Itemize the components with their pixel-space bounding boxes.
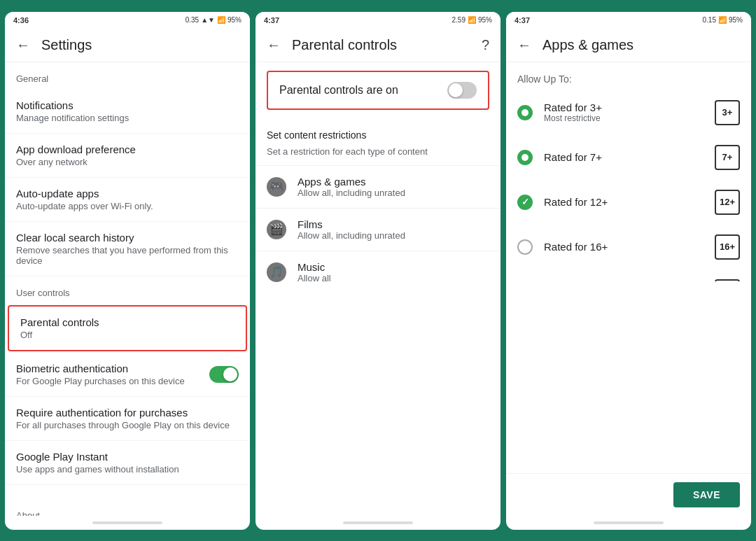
play-instant-subtitle: Use apps and games without installation bbox=[16, 464, 239, 475]
rating-7plus[interactable]: Rated for 7+ 7+ bbox=[506, 135, 751, 180]
biometric-title: Biometric authentication bbox=[16, 363, 185, 374]
network-icon: 0.35 bbox=[186, 16, 199, 24]
save-button[interactable]: SAVE bbox=[673, 482, 740, 507]
badge-16plus: 16+ bbox=[715, 234, 740, 260]
parental-toggle-label: Parental controls are on bbox=[279, 84, 398, 97]
rating-12plus-info: Rated for 12+ bbox=[544, 196, 704, 208]
badge-7plus: 7+ bbox=[715, 145, 740, 170]
rating-12plus-title: Rated for 12+ bbox=[544, 196, 704, 208]
section-general: General bbox=[5, 62, 250, 90]
apps-games-icon: 🎮 bbox=[267, 177, 286, 197]
time-2: 4:37 bbox=[264, 16, 279, 24]
back-arrow-parental[interactable]: ← bbox=[267, 37, 281, 53]
require-auth-item[interactable]: Require authentication for purchases For… bbox=[5, 397, 250, 441]
section-about: About bbox=[5, 499, 250, 516]
films-restriction-title: Films bbox=[298, 218, 405, 230]
parental-toggle-section: Parental controls are on bbox=[267, 71, 489, 110]
biometric-subtitle: For Google Play purchases on this device bbox=[16, 376, 185, 386]
back-arrow-apps[interactable]: ← bbox=[517, 37, 531, 53]
rating-12plus[interactable]: Rated for 12+ 12+ bbox=[506, 180, 751, 225]
status-icons-3: 0.15 📶 95% bbox=[703, 16, 743, 24]
parental-top-bar: ← Parental controls ? bbox=[255, 29, 500, 62]
play-instant-title: Google Play Instant bbox=[16, 451, 239, 463]
rating-7plus-info: Rated for 7+ bbox=[544, 151, 704, 163]
rating-3plus-title: Rated for 3+ bbox=[544, 101, 704, 113]
badge-12plus: 12+ bbox=[715, 190, 740, 215]
apps-games-restriction-subtitle: Allow all, including unrated bbox=[298, 188, 405, 198]
app-download-title: App download preference bbox=[16, 143, 239, 155]
music-restriction-subtitle: Allow all bbox=[298, 273, 331, 283]
set-content-header: Set content restrictions bbox=[255, 118, 500, 146]
app-download-item[interactable]: App download preference Over any network bbox=[5, 134, 250, 178]
settings-content: General Notifications Manage notificatio… bbox=[5, 62, 250, 516]
play-instant-item[interactable]: Google Play Instant Use apps and games w… bbox=[5, 441, 250, 485]
wifi-icon: ▲▼ bbox=[201, 16, 215, 24]
films-text: Films Allow all, including unrated bbox=[298, 218, 405, 241]
back-arrow-settings[interactable]: ← bbox=[16, 37, 30, 53]
films-restriction[interactable]: 🎬 Films Allow all, including unrated bbox=[255, 208, 500, 251]
rating-3plus-sub: Most restrictive bbox=[544, 113, 704, 123]
parental-toggle[interactable] bbox=[447, 82, 477, 99]
apps-games-title: Apps & games bbox=[542, 37, 634, 53]
allow-up-to-label: Allow Up To: bbox=[506, 62, 751, 90]
status-bar-1: 4:36 0.35 ▲▼ 📶 95% bbox=[5, 12, 250, 29]
settings-panel: 4:36 0.35 ▲▼ 📶 95% ← Settings General No… bbox=[5, 12, 250, 530]
badge-3plus: 3+ bbox=[715, 100, 740, 125]
rating-3plus[interactable]: Rated for 3+ Most restrictive 3+ bbox=[506, 90, 751, 135]
rating-16plus[interactable]: Rated for 16+ 16+ bbox=[506, 225, 751, 269]
bottom-indicator-3 bbox=[594, 521, 664, 524]
clear-history-title: Clear local search history bbox=[16, 232, 239, 244]
films-restriction-subtitle: Allow all, including unrated bbox=[298, 230, 405, 241]
time-1: 4:36 bbox=[13, 16, 29, 24]
biometric-item[interactable]: Biometric authentication For Google Play… bbox=[5, 353, 250, 397]
apps-games-restriction[interactable]: 🎮 Apps & games Allow all, including unra… bbox=[255, 165, 500, 208]
save-button-row: SAVE bbox=[506, 473, 751, 516]
rating-3plus-info: Rated for 3+ Most restrictive bbox=[544, 101, 704, 123]
signal-icon: 📶 bbox=[217, 16, 225, 24]
network-icon-2: 2.59 bbox=[452, 16, 465, 24]
rating-16plus-title: Rated for 16+ bbox=[544, 241, 704, 253]
status-icons-2: 2.59 📶 95% bbox=[452, 16, 492, 24]
auto-update-title: Auto-update apps bbox=[16, 188, 239, 199]
notifications-item[interactable]: Notifications Manage notification settin… bbox=[5, 90, 250, 134]
status-bar-2: 4:37 2.59 📶 95% bbox=[255, 12, 500, 29]
biometric-toggle[interactable] bbox=[209, 366, 239, 383]
bottom-indicator-1 bbox=[92, 521, 162, 524]
auto-update-subtitle: Auto-update apps over Wi-Fi only. bbox=[16, 201, 239, 211]
help-icon[interactable]: ? bbox=[482, 37, 489, 53]
notifications-title: Notifications bbox=[16, 99, 239, 111]
notifications-subtitle: Manage notification settings bbox=[16, 113, 239, 123]
bottom-indicator-2 bbox=[343, 521, 413, 524]
music-restriction-title: Music bbox=[298, 261, 331, 273]
rating-18plus[interactable]: Rated for 18+ 18+ bbox=[506, 269, 751, 282]
status-icons-1: 0.35 ▲▼ 📶 95% bbox=[186, 16, 241, 24]
apps-games-restriction-title: Apps & games bbox=[298, 176, 405, 188]
parental-controls-panel: 4:37 2.59 📶 95% ← Parental controls ? Pa… bbox=[255, 12, 500, 530]
section-user-controls: User controls bbox=[5, 276, 250, 304]
wifi-icon-3: 📶 bbox=[718, 16, 727, 24]
radio-16plus bbox=[517, 239, 533, 255]
rating-7plus-title: Rated for 7+ bbox=[544, 151, 704, 163]
parental-controls-title: Parental controls bbox=[20, 316, 234, 328]
apps-games-top-bar: ← Apps & games bbox=[506, 29, 751, 62]
rating-list: Rated for 3+ Most restrictive 3+ Rated f… bbox=[506, 90, 751, 282]
time-3: 4:37 bbox=[514, 16, 530, 24]
settings-top-bar: ← Settings bbox=[5, 29, 250, 62]
app-download-subtitle: Over any network bbox=[16, 157, 239, 167]
status-bar-3: 4:37 0.15 📶 95% bbox=[506, 12, 751, 29]
battery-1: 95% bbox=[227, 16, 241, 24]
set-content-sub: Set a restriction for each type of conte… bbox=[255, 146, 500, 165]
settings-title: Settings bbox=[41, 37, 92, 53]
clear-history-subtitle: Remove searches that you have performed … bbox=[16, 245, 239, 266]
music-icon: 🎵 bbox=[267, 262, 286, 282]
network-icon-3: 0.15 bbox=[703, 16, 716, 24]
clear-history-item[interactable]: Clear local search history Remove search… bbox=[5, 222, 250, 276]
radio-12plus bbox=[517, 195, 533, 210]
music-restriction[interactable]: 🎵 Music Allow all bbox=[255, 251, 500, 293]
parental-title: Parental controls bbox=[292, 37, 397, 53]
rating-16plus-info: Rated for 16+ bbox=[544, 241, 704, 253]
parental-controls-subtitle: Off bbox=[20, 330, 234, 340]
parental-controls-item[interactable]: Parental controls Off bbox=[8, 305, 247, 351]
require-auth-title: Require authentication for purchases bbox=[16, 407, 239, 419]
auto-update-item[interactable]: Auto-update apps Auto-update apps over W… bbox=[5, 178, 250, 222]
